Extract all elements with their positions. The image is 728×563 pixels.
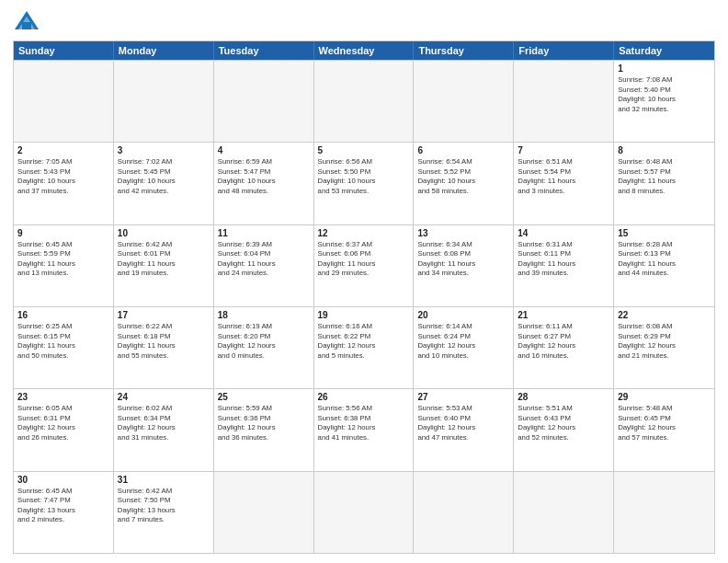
calendar-cell: 8Sunrise: 6:48 AM Sunset: 5:57 PM Daylig… <box>614 143 714 224</box>
calendar-cell: 19Sunrise: 6:16 AM Sunset: 6:22 PM Dayli… <box>314 307 415 388</box>
calendar-cell: 28Sunrise: 5:51 AM Sunset: 6:43 PM Dayli… <box>514 389 614 470</box>
day-info: Sunrise: 7:02 AM Sunset: 5:45 PM Dayligh… <box>118 157 210 196</box>
calendar-cell: 18Sunrise: 6:19 AM Sunset: 6:20 PM Dayli… <box>214 307 314 388</box>
day-number: 18 <box>218 310 310 320</box>
calendar-cell: 26Sunrise: 5:56 AM Sunset: 6:38 PM Dayli… <box>314 389 415 470</box>
day-info: Sunrise: 6:11 AM Sunset: 6:27 PM Dayligh… <box>518 322 609 361</box>
day-info: Sunrise: 5:59 AM Sunset: 6:36 PM Dayligh… <box>218 404 310 442</box>
day-info: Sunrise: 6:51 AM Sunset: 5:54 PM Dayligh… <box>518 157 609 196</box>
day-info: Sunrise: 6:37 AM Sunset: 6:06 PM Dayligh… <box>318 240 410 279</box>
day-info: Sunrise: 6:25 AM Sunset: 6:15 PM Dayligh… <box>17 322 109 361</box>
day-number: 10 <box>118 228 210 238</box>
calendar-week-1: 2Sunrise: 7:05 AM Sunset: 5:43 PM Daylig… <box>14 142 714 224</box>
day-info: Sunrise: 6:45 AM Sunset: 5:59 PM Dayligh… <box>17 240 109 279</box>
calendar-cell: 10Sunrise: 6:42 AM Sunset: 6:01 PM Dayli… <box>114 225 214 306</box>
calendar-cell <box>314 61 415 142</box>
day-number: 22 <box>618 310 711 320</box>
day-number: 13 <box>417 228 509 238</box>
calendar-week-4: 23Sunrise: 6:05 AM Sunset: 6:31 PM Dayli… <box>14 388 714 470</box>
day-info: Sunrise: 6:08 AM Sunset: 6:29 PM Dayligh… <box>618 322 711 361</box>
day-number: 7 <box>518 145 609 155</box>
calendar-cell <box>514 472 614 553</box>
day-info: Sunrise: 6:05 AM Sunset: 6:31 PM Dayligh… <box>17 404 109 442</box>
day-info: Sunrise: 6:31 AM Sunset: 6:11 PM Dayligh… <box>518 240 609 279</box>
logo <box>13 9 44 35</box>
calendar-cell: 24Sunrise: 6:02 AM Sunset: 6:34 PM Dayli… <box>114 389 214 470</box>
calendar-week-5: 30Sunrise: 6:45 AM Sunset: 7:47 PM Dayli… <box>14 471 714 553</box>
day-number: 19 <box>318 310 410 320</box>
calendar-cell: 6Sunrise: 6:54 AM Sunset: 5:52 PM Daylig… <box>414 143 514 224</box>
calendar-cell: 16Sunrise: 6:25 AM Sunset: 6:15 PM Dayli… <box>14 307 114 388</box>
day-info: Sunrise: 5:56 AM Sunset: 6:38 PM Dayligh… <box>318 404 410 442</box>
day-number: 25 <box>218 392 310 402</box>
calendar-cell <box>314 472 415 553</box>
calendar-cell <box>614 472 714 553</box>
calendar-cell: 9Sunrise: 6:45 AM Sunset: 5:59 PM Daylig… <box>14 225 114 306</box>
day-info: Sunrise: 6:54 AM Sunset: 5:52 PM Dayligh… <box>417 157 509 196</box>
day-info: Sunrise: 6:22 AM Sunset: 6:18 PM Dayligh… <box>118 322 210 361</box>
calendar-cell <box>114 61 214 142</box>
day-number: 9 <box>17 228 109 238</box>
calendar-cell: 23Sunrise: 6:05 AM Sunset: 6:31 PM Dayli… <box>14 389 114 470</box>
day-number: 5 <box>318 145 410 155</box>
day-number: 23 <box>17 392 109 402</box>
calendar-cell <box>514 61 614 142</box>
header <box>13 9 715 35</box>
day-number: 21 <box>518 310 609 320</box>
day-number: 28 <box>518 392 609 402</box>
page: SundayMondayTuesdayWednesdayThursdayFrid… <box>0 0 728 563</box>
day-number: 4 <box>218 145 310 155</box>
calendar-cell <box>14 61 114 142</box>
day-info: Sunrise: 6:16 AM Sunset: 6:22 PM Dayligh… <box>318 322 410 361</box>
calendar-cell <box>214 472 314 553</box>
day-number: 26 <box>318 392 410 402</box>
calendar-week-0: 1Sunrise: 7:08 AM Sunset: 5:40 PM Daylig… <box>14 60 714 142</box>
calendar-cell: 3Sunrise: 7:02 AM Sunset: 5:45 PM Daylig… <box>114 143 214 224</box>
day-number: 12 <box>318 228 410 238</box>
calendar-cell: 25Sunrise: 5:59 AM Sunset: 6:36 PM Dayli… <box>214 389 314 470</box>
header-day-sunday: Sunday <box>14 41 114 60</box>
calendar-cell: 22Sunrise: 6:08 AM Sunset: 6:29 PM Dayli… <box>614 307 714 388</box>
header-day-tuesday: Tuesday <box>214 41 314 60</box>
day-number: 3 <box>118 145 210 155</box>
calendar-header: SundayMondayTuesdayWednesdayThursdayFrid… <box>14 41 714 60</box>
day-info: Sunrise: 6:34 AM Sunset: 6:08 PM Dayligh… <box>417 240 509 279</box>
day-info: Sunrise: 5:53 AM Sunset: 6:40 PM Dayligh… <box>417 404 509 442</box>
day-info: Sunrise: 6:19 AM Sunset: 6:20 PM Dayligh… <box>218 322 310 361</box>
day-info: Sunrise: 7:05 AM Sunset: 5:43 PM Dayligh… <box>17 157 109 196</box>
header-day-monday: Monday <box>114 41 214 60</box>
day-number: 15 <box>618 228 711 238</box>
calendar-cell: 5Sunrise: 6:56 AM Sunset: 5:50 PM Daylig… <box>314 143 415 224</box>
day-number: 31 <box>118 475 210 485</box>
calendar-cell: 13Sunrise: 6:34 AM Sunset: 6:08 PM Dayli… <box>414 225 514 306</box>
day-info: Sunrise: 6:39 AM Sunset: 6:04 PM Dayligh… <box>218 240 310 279</box>
day-info: Sunrise: 5:51 AM Sunset: 6:43 PM Dayligh… <box>518 404 609 442</box>
calendar-cell: 1Sunrise: 7:08 AM Sunset: 5:40 PM Daylig… <box>614 61 714 142</box>
header-day-thursday: Thursday <box>414 41 514 60</box>
day-info: Sunrise: 6:56 AM Sunset: 5:50 PM Dayligh… <box>318 157 410 196</box>
day-info: Sunrise: 7:08 AM Sunset: 5:40 PM Dayligh… <box>618 75 711 114</box>
day-info: Sunrise: 6:02 AM Sunset: 6:34 PM Dayligh… <box>118 404 210 442</box>
day-number: 20 <box>417 310 509 320</box>
calendar-cell: 17Sunrise: 6:22 AM Sunset: 6:18 PM Dayli… <box>114 307 214 388</box>
day-info: Sunrise: 6:59 AM Sunset: 5:47 PM Dayligh… <box>218 157 310 196</box>
day-info: Sunrise: 6:28 AM Sunset: 6:13 PM Dayligh… <box>618 240 711 279</box>
day-info: Sunrise: 6:14 AM Sunset: 6:24 PM Dayligh… <box>417 322 509 361</box>
calendar-cell: 14Sunrise: 6:31 AM Sunset: 6:11 PM Dayli… <box>514 225 614 306</box>
calendar-cell: 27Sunrise: 5:53 AM Sunset: 6:40 PM Dayli… <box>414 389 514 470</box>
day-number: 27 <box>417 392 509 402</box>
calendar-cell: 2Sunrise: 7:05 AM Sunset: 5:43 PM Daylig… <box>14 143 114 224</box>
day-number: 29 <box>618 392 711 402</box>
calendar-cell: 21Sunrise: 6:11 AM Sunset: 6:27 PM Dayli… <box>514 307 614 388</box>
day-number: 16 <box>17 310 109 320</box>
calendar-cell <box>214 61 314 142</box>
calendar-cell: 11Sunrise: 6:39 AM Sunset: 6:04 PM Dayli… <box>214 225 314 306</box>
day-number: 6 <box>417 145 509 155</box>
day-number: 8 <box>618 145 711 155</box>
day-info: Sunrise: 6:42 AM Sunset: 6:01 PM Dayligh… <box>118 240 210 279</box>
calendar-cell: 31Sunrise: 6:42 AM Sunset: 7:50 PM Dayli… <box>114 472 214 553</box>
day-number: 30 <box>17 475 109 485</box>
calendar-cell: 7Sunrise: 6:51 AM Sunset: 5:54 PM Daylig… <box>514 143 614 224</box>
logo-icon <box>13 9 40 35</box>
day-number: 11 <box>218 228 310 238</box>
